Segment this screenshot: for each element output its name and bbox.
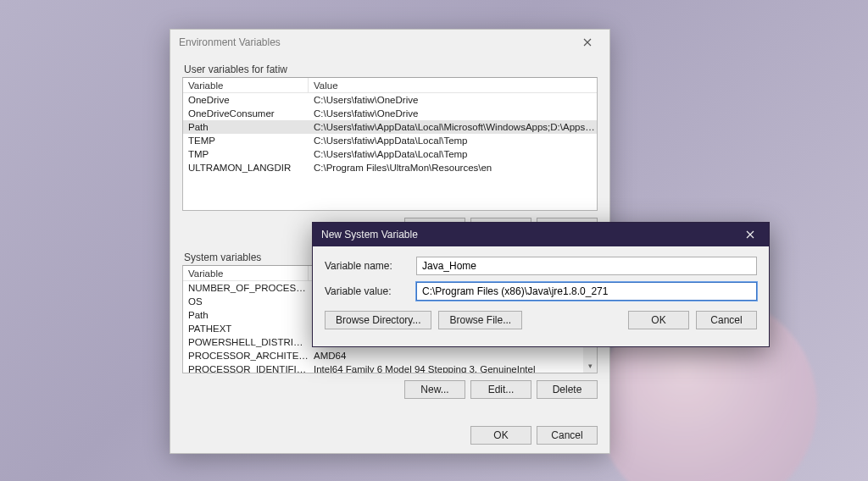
user-vars-listbox[interactable]: Variable Value OneDriveC:\Users\fatiw\On… — [182, 77, 598, 211]
sys-edit-button[interactable]: Edit... — [470, 380, 531, 399]
list-item[interactable]: PROCESSOR_IDENTIFIERIntel64 Family 6 Mod… — [183, 362, 597, 373]
close-icon[interactable] — [570, 30, 604, 54]
list-item[interactable]: OneDriveC:\Users\fatiw\OneDrive — [183, 93, 597, 107]
scroll-down-icon[interactable]: ▾ — [583, 359, 597, 373]
modal-title: New System Variable — [321, 229, 732, 240]
new-system-variable-dialog: New System Variable Variable name: Varia… — [312, 222, 770, 347]
user-vars-label: User variables for fatiw — [182, 64, 598, 75]
cancel-button[interactable]: Cancel — [537, 426, 598, 445]
ok-button[interactable]: OK — [470, 426, 531, 445]
env-titlebar[interactable]: Environment Variables — [170, 30, 609, 55]
browse-directory-button[interactable]: Browse Directory... — [325, 311, 431, 329]
variable-value-input[interactable] — [416, 282, 757, 301]
modal-titlebar[interactable]: New System Variable — [313, 223, 769, 246]
env-title: Environment Variables — [179, 36, 570, 48]
col-header-value[interactable]: Value — [309, 78, 597, 92]
modal-cancel-button[interactable]: Cancel — [696, 311, 757, 329]
variable-name-label: Variable name: — [325, 260, 408, 272]
list-item[interactable]: TEMPC:\Users\fatiw\AppData\Local\Temp — [183, 134, 597, 147]
list-header: Variable Value — [183, 78, 597, 93]
col-header-variable[interactable]: Variable — [183, 266, 309, 280]
sys-new-button[interactable]: New... — [404, 380, 465, 399]
col-header-variable[interactable]: Variable — [183, 78, 309, 92]
list-item[interactable]: PROCESSOR_ARCHITECTUREAMD64 — [183, 349, 597, 362]
browse-file-button[interactable]: Browse File... — [438, 311, 522, 329]
modal-ok-button[interactable]: OK — [628, 311, 689, 329]
list-item[interactable]: OneDriveConsumerC:\Users\fatiw\OneDrive — [183, 107, 597, 120]
list-item[interactable]: PathC:\Users\fatiw\AppData\Local\Microso… — [183, 120, 597, 134]
variable-name-input[interactable] — [416, 257, 757, 275]
list-item[interactable]: TMPC:\Users\fatiw\AppData\Local\Temp — [183, 147, 597, 161]
sys-delete-button[interactable]: Delete — [537, 380, 598, 399]
list-item[interactable]: ULTRAMON_LANGDIRC:\Program Files\UltraMo… — [183, 161, 597, 174]
variable-value-label: Variable value: — [325, 285, 408, 297]
user-vars-group: User variables for fatiw Variable Value … — [182, 64, 598, 236]
close-icon[interactable] — [732, 223, 769, 246]
